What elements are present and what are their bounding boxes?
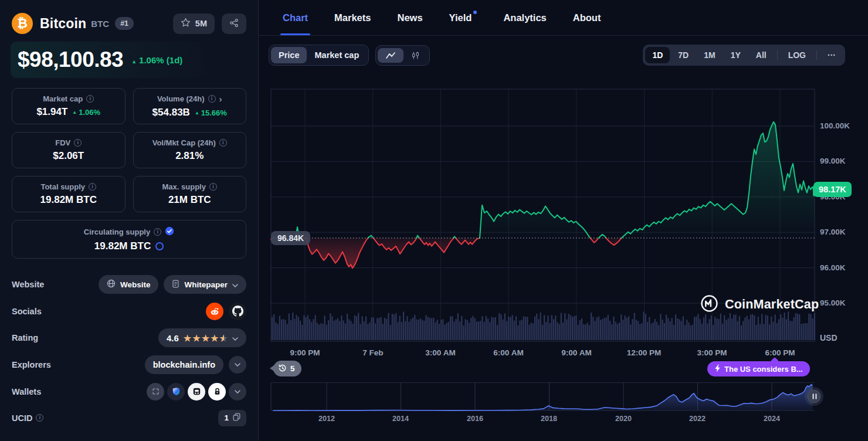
vol-mkt-cap-card[interactable]: Vol/Mkt Cap (24h) 2.81% (133, 132, 247, 168)
verified-badge-icon (165, 226, 174, 238)
reddit-icon[interactable] (206, 303, 223, 320)
history-events-badge[interactable]: 5 (273, 361, 301, 376)
star-icon (211, 334, 218, 342)
market-cap-card[interactable]: Market cap $1.94T1.06% (12, 88, 126, 124)
coin-info-rows: Website Website Whitepaper (12, 275, 246, 427)
rating-value: 4.6 (167, 333, 179, 343)
volume-label: Volume (24h) (157, 94, 205, 103)
supply-progress-ring-icon (155, 242, 164, 250)
wallets-expand-button[interactable] (229, 383, 246, 401)
explorers-expand-button[interactable] (229, 356, 246, 374)
whitepaper-button[interactable]: Whitepaper (164, 275, 246, 294)
explorer-name: blockchain.info (153, 360, 215, 369)
whitepaper-button-label: Whitepaper (184, 280, 228, 289)
info-icon[interactable] (74, 139, 82, 147)
market-cap-value: $1.94T (36, 106, 67, 118)
rating-stars (184, 334, 228, 342)
star-half-icon (220, 334, 228, 342)
circulating-supply-card[interactable]: Circulating supply 19.82M BTC (12, 220, 246, 259)
website-button-label: Website (120, 280, 151, 289)
rating-pill[interactable]: 4.6 (158, 328, 246, 347)
ucid-label-text: UCID (12, 413, 32, 423)
chart-area: 100.00K 99.00K 98.00K 97.00K 96.00K 95.0… (259, 0, 868, 441)
explorers-row-label: Explorers (12, 360, 51, 369)
max-supply-value: 21M BTC (168, 194, 211, 206)
news-headline: The US considers B... (724, 365, 803, 374)
info-icon[interactable] (219, 139, 227, 147)
info-icon[interactable] (36, 414, 43, 422)
explorer-link[interactable]: blockchain.info (145, 355, 223, 374)
chevron-down-icon (232, 280, 238, 289)
info-icon[interactable] (209, 183, 217, 191)
fdv-value: $2.06T (53, 150, 84, 162)
market-cap-label: Market cap (43, 94, 83, 103)
chart-panel: Chart Markets News Yield Analytics About… (259, 0, 868, 441)
ucid-copy-button[interactable]: 1 (218, 410, 246, 426)
globe-icon (107, 279, 116, 290)
coin-price: $98,100.83 (18, 48, 123, 72)
copy-icon (233, 413, 240, 423)
lightning-icon (714, 364, 721, 374)
wallets-row: Wallets (12, 382, 246, 401)
coin-symbol: BTC (91, 19, 109, 29)
circulating-supply-label: Circulating supply (84, 228, 150, 236)
chevron-right-icon (219, 94, 222, 104)
chevron-down-icon (232, 334, 238, 342)
github-icon[interactable] (229, 303, 246, 320)
total-supply-label: Total supply (40, 182, 85, 191)
ucid-row-label: UCID (12, 413, 43, 423)
socials-row-label: Socials (12, 307, 42, 316)
share-icon (229, 18, 239, 29)
coin-summary-panel: ₿ Bitcoin BTC #1 5M $98,100.83 (0, 0, 259, 441)
app-root: ₿ Bitcoin BTC #1 5M $98,100.83 (0, 0, 868, 441)
fdv-card[interactable]: FDV $2.06T (12, 132, 126, 168)
fdv-label: FDV (55, 138, 70, 147)
total-supply-card[interactable]: Total supply 19.82M BTC (12, 176, 126, 212)
wallet-ledger-icon[interactable] (147, 383, 164, 401)
star-icon (181, 18, 191, 29)
info-icon[interactable] (208, 95, 216, 103)
price-row: $98,100.83 1.06% (1d) (11, 42, 247, 78)
wallet-grid-icon[interactable] (188, 383, 205, 401)
wallet-lock-icon[interactable] (208, 383, 226, 401)
rating-row: Rating 4.6 (12, 328, 246, 347)
price-change: 1.06% (1d) (131, 55, 182, 65)
info-icon[interactable] (89, 183, 96, 191)
history-clock-icon (278, 364, 287, 374)
vol-mkt-cap-label: Vol/Mkt Cap (24h) (152, 138, 216, 147)
rating-row-label: Rating (12, 333, 38, 342)
website-button[interactable]: Website (99, 275, 159, 294)
up-arrow-icon (131, 55, 137, 65)
website-row: Website Website Whitepaper (12, 275, 246, 294)
volume-value: $54.83B (152, 107, 190, 118)
bitcoin-logo-icon: ₿ (12, 13, 33, 34)
star-icon (192, 334, 200, 342)
star-icon (202, 334, 209, 342)
rank-badge: #1 (115, 17, 134, 30)
total-supply-value: 19.82M BTC (40, 194, 97, 206)
max-supply-card[interactable]: Max. supply 21M BTC (133, 176, 247, 212)
website-row-label: Website (12, 280, 44, 289)
vol-mkt-cap-value: 2.81% (175, 150, 204, 162)
star-icon (184, 334, 191, 342)
socials-row: Socials (12, 302, 246, 320)
max-supply-label: Max. supply (162, 182, 206, 191)
history-count: 5 (290, 364, 295, 373)
coin-header: ₿ Bitcoin BTC #1 5M (0, 0, 258, 34)
info-icon[interactable] (86, 95, 94, 103)
volume-card[interactable]: Volume (24h) $54.83B15.66% (133, 88, 247, 124)
share-button[interactable] (222, 13, 246, 34)
circulating-supply-value: 19.82M BTC (94, 240, 151, 252)
ucid-value: 1 (224, 413, 229, 422)
watchlist-button[interactable]: 5M (173, 13, 215, 34)
ucid-row: UCID 1 (12, 409, 246, 427)
stats-grid: Market cap $1.94T1.06% Volume (24h) $54.… (12, 88, 246, 259)
volume-change: 15.66% (195, 108, 227, 117)
market-cap-change: 1.06% (72, 108, 100, 117)
info-icon[interactable] (154, 228, 161, 236)
news-event-badge[interactable]: The US considers B... (707, 361, 810, 376)
price-change-value: 1.06% (1d) (139, 55, 182, 65)
wallets-row-label: Wallets (12, 387, 41, 396)
coin-name: Bitcoin (40, 16, 86, 32)
wallet-trust-icon[interactable] (167, 383, 185, 401)
